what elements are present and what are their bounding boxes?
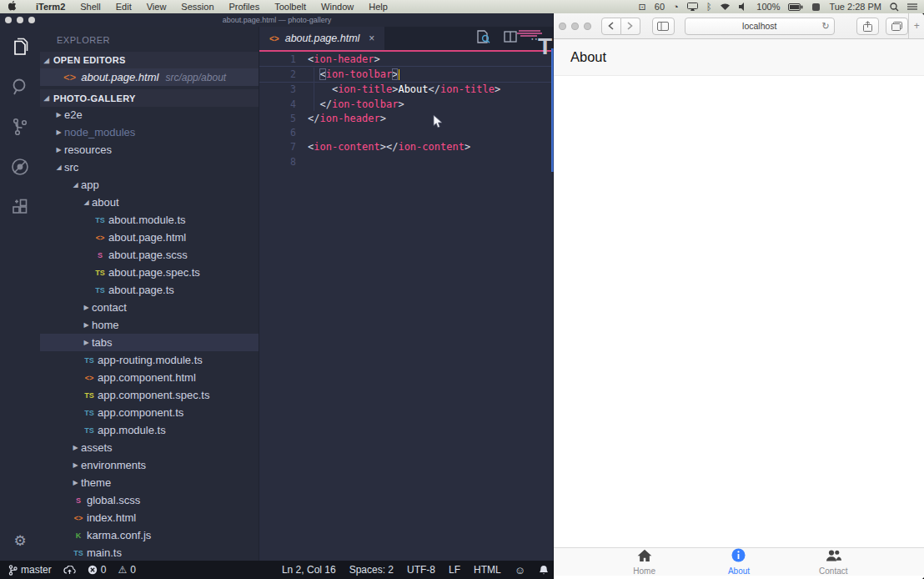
debug-icon[interactable] — [0, 147, 40, 187]
search-icon[interactable] — [0, 67, 40, 107]
menu-iterm2[interactable]: iTerm2 — [28, 2, 73, 12]
new-tab-button[interactable]: + — [908, 13, 924, 38]
input-source-flag-icon[interactable] — [811, 3, 821, 12]
code-line-6[interactable]: 6 — [259, 125, 554, 139]
tree-item-app-component-spec-ts[interactable]: TSapp.component.spec.ts — [40, 386, 259, 404]
open-editor-about-page-html[interactable]: <> about.page.html src/app/about — [40, 68, 259, 86]
ionic-tab-home[interactable]: Home — [597, 548, 691, 576]
menu-help[interactable]: Help — [361, 2, 395, 12]
tree-item-about[interactable]: ◢about — [40, 194, 259, 211]
tree-item-karma-conf-js[interactable]: Kkarma.conf.js — [40, 526, 259, 544]
code-line-5[interactable]: 5</ion-header> — [259, 111, 554, 125]
menu-edit[interactable]: Edit — [108, 2, 139, 12]
tree-item-main-ts[interactable]: TSmain.ts — [40, 544, 259, 561]
tree-item-about-module-ts[interactable]: TSabout.module.ts — [40, 211, 259, 229]
sidebar-toggle-button[interactable] — [652, 18, 675, 35]
explorer-icon[interactable] — [0, 27, 40, 67]
forward-button[interactable] — [621, 18, 640, 35]
notifications-bell-icon[interactable] — [539, 565, 549, 576]
git-branch-item[interactable]: master — [8, 564, 52, 576]
tree-item-app-component-ts[interactable]: TSapp.component.ts — [40, 404, 259, 421]
menu-view[interactable]: View — [139, 2, 174, 12]
tree-item-index-html[interactable]: <>index.html — [40, 509, 259, 526]
tree-item-tabs[interactable]: ▶tabs — [40, 334, 259, 351]
cursor-position-item[interactable]: Ln 2, Col 16 — [282, 564, 336, 576]
sync-changes-icon[interactable] — [63, 566, 76, 575]
tree-item-app-routing-module-ts[interactable]: TSapp-routing.module.ts — [40, 351, 259, 369]
errors-item[interactable]: 0 — [88, 564, 107, 576]
tree-item-app-component-html[interactable]: <>app.component.html — [40, 369, 259, 386]
tree-item-app[interactable]: ◢app — [40, 176, 259, 194]
feedback-smiley-icon[interactable]: ☺ — [515, 564, 525, 576]
code-line-8[interactable]: 8 — [259, 154, 554, 169]
battery-icon[interactable] — [788, 3, 803, 11]
code-line-1[interactable]: 1<ion-header> — [259, 52, 554, 66]
tree-item-environments[interactable]: ▶environments — [40, 456, 259, 474]
zoom-window-button[interactable] — [584, 23, 591, 30]
tree-item-contact[interactable]: ▶contact — [40, 299, 259, 316]
tree-item-app-module-ts[interactable]: TSapp.module.ts — [40, 421, 259, 439]
back-button[interactable] — [601, 18, 621, 35]
sixty-widget[interactable]: 60 — [655, 2, 665, 12]
code-line-2[interactable]: 2 <ion-toolbar> — [259, 66, 554, 82]
notification-center-icon[interactable] — [907, 3, 917, 11]
ts-file-icon: TS — [70, 549, 87, 557]
eol-item[interactable]: LF — [449, 564, 460, 576]
language-mode-item[interactable]: HTML — [474, 564, 501, 576]
volume-icon[interactable] — [739, 3, 748, 11]
settings-gear-icon[interactable]: ⚙ — [0, 524, 40, 557]
tree-item-about-page-spec-ts[interactable]: TSabout.page.spec.ts — [40, 264, 259, 281]
apple-menu-icon[interactable] — [8, 1, 17, 13]
share-button[interactable] — [856, 18, 879, 35]
close-tab-icon[interactable]: × — [369, 33, 374, 44]
tree-item-home[interactable]: ▶home — [40, 316, 259, 334]
tab-about-page-html[interactable]: <> about.page.html × — [259, 27, 384, 50]
spotlight-search-icon[interactable] — [890, 3, 899, 12]
menu-profiles[interactable]: Profiles — [222, 2, 268, 12]
warnings-item[interactable]: ⚠ 0 — [118, 564, 135, 576]
address-bar[interactable]: localhost ↻ — [685, 18, 835, 35]
code-area[interactable]: 1<ion-header>2 <ion-toolbar>3 <ion-title… — [259, 52, 554, 561]
ts-file-icon: TS — [81, 356, 98, 365]
bluetooth-icon[interactable]: ᛒ — [706, 2, 712, 12]
indentation-item[interactable]: Spaces: 2 — [349, 564, 394, 576]
menu-toolbelt[interactable]: Toolbelt — [267, 2, 314, 12]
code-line-4[interactable]: 4 </ion-toolbar> — [259, 97, 554, 111]
reload-icon[interactable]: ↻ — [821, 21, 829, 32]
screen-capture-icon[interactable]: ⊡ — [639, 2, 646, 13]
tree-item-src[interactable]: ◢src — [40, 159, 259, 176]
info-icon — [731, 548, 746, 566]
tree-item-e2e[interactable]: ▶e2e — [40, 106, 259, 123]
wifi-icon[interactable] — [720, 3, 731, 11]
project-section-photo-gallery[interactable]: ◢ PHOTO-GALLERY — [40, 89, 259, 107]
scss-file-icon: S — [92, 251, 108, 259]
tree-item-theme[interactable]: ▶theme — [40, 474, 259, 491]
battery-percent[interactable]: 100% — [756, 2, 780, 12]
open-editors-section[interactable]: ◢ OPEN EDITORS — [40, 52, 259, 68]
tree-item-about-page-scss[interactable]: Sabout.page.scss — [40, 246, 259, 264]
tree-item-about-page-html[interactable]: <>about.page.html — [40, 229, 259, 246]
tree-item-about-page-ts[interactable]: TSabout.page.ts — [40, 281, 259, 299]
extensions-icon[interactable] — [0, 187, 40, 227]
minimize-window-button[interactable] — [571, 23, 579, 30]
clock-widget-icon[interactable]: ◔ — [673, 2, 679, 12]
menu-session[interactable]: Session — [173, 2, 221, 12]
source-control-icon[interactable] — [0, 107, 40, 147]
display-icon[interactable] — [687, 3, 698, 11]
menu-shell[interactable]: Shell — [73, 2, 108, 12]
ionic-tab-about[interactable]: About — [691, 548, 786, 576]
split-editor-icon[interactable] — [504, 31, 517, 46]
tree-item-resources[interactable]: ▶resources — [40, 141, 259, 159]
ionic-tab-contact[interactable]: Contact — [786, 548, 881, 576]
code-line-7[interactable]: 7<ion-content></ion-content> — [259, 140, 554, 154]
menu-window[interactable]: Window — [314, 2, 361, 12]
tree-item-node-modules[interactable]: ▶node_modules — [40, 123, 259, 141]
menubar-clock[interactable]: Tue 2:28 PM — [829, 2, 881, 12]
tree-item-assets[interactable]: ▶assets — [40, 439, 259, 456]
tree-item-global-scss[interactable]: Sglobal.scss — [40, 491, 259, 509]
show-all-tabs-button[interactable] — [886, 18, 908, 35]
encoding-item[interactable]: UTF-8 — [407, 564, 435, 576]
open-preview-icon[interactable] — [476, 30, 490, 47]
close-window-button[interactable] — [559, 23, 566, 30]
code-line-3[interactable]: 3 <ion-title>About</ion-title> — [259, 83, 554, 97]
